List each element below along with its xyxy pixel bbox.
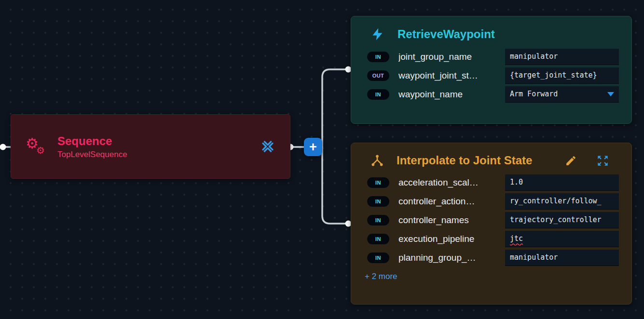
plus-icon: + (309, 141, 317, 154)
port-dot-canvas-left[interactable] (0, 144, 6, 150)
node-subtitle: TopLevelSequence (57, 150, 127, 160)
port-direction-badge: IN (367, 177, 389, 188)
behavior-tree-canvas[interactable]: ⚙ ⚙ Sequence TopLevelSequence + (0, 0, 644, 319)
collapse-icon[interactable] (260, 139, 275, 154)
execution-pipeline-field[interactable]: jtc (505, 231, 619, 247)
port-direction-badge: IN (367, 253, 389, 263)
node-title: Interpolate to Joint State (397, 154, 532, 167)
node-title: RetrieveWaypoint (397, 27, 495, 41)
port-direction-badge: IN (367, 196, 389, 207)
param-rows: IN acceleration_scal… 1.0 IN controller_… (351, 167, 631, 267)
param-label: acceleration_scal… (398, 177, 505, 188)
chevron-down-icon (607, 92, 614, 96)
expand-arrows-icon[interactable] (596, 154, 609, 167)
add-child-button[interactable]: + (304, 138, 322, 156)
port-direction-badge: OUT (367, 70, 389, 81)
sequence-text: Sequence TopLevelSequence (57, 134, 127, 160)
param-label: joint_group_name (398, 52, 505, 62)
param-label: execution_pipeline (398, 234, 505, 244)
controller-names-field[interactable]: trajectory_controller (505, 212, 619, 228)
param-row: IN controller_names trajectory_controlle… (367, 211, 619, 229)
param-row: IN acceleration_scal… 1.0 (367, 173, 619, 192)
node-interpolate-to-joint-state[interactable]: Interpolate to Joint State IN accelerati… (351, 143, 632, 305)
param-row: IN waypoint_name Arm Forward (367, 85, 619, 104)
param-row: IN execution_pipeline jtc (367, 229, 619, 248)
param-label: controller_names (398, 215, 505, 226)
lightning-bolt-icon (370, 27, 385, 41)
param-row: IN planning_group_… manipulator (367, 248, 619, 267)
header-actions (565, 154, 612, 167)
param-rows: IN joint_group_name manipulator OUT wayp… (351, 41, 631, 104)
gears-icon: ⚙ ⚙ (26, 134, 51, 159)
port-direction-badge: IN (367, 215, 389, 226)
controller-action-field[interactable]: ry_controller/follow_ (505, 193, 619, 210)
edge-to-interpolate (322, 147, 345, 224)
show-more-link[interactable]: + 2 more (365, 272, 397, 281)
planning-group-field[interactable]: manipulator (505, 250, 619, 266)
param-row: OUT waypoint_joint_st… {target_joint_sta… (367, 66, 619, 85)
param-label: waypoint_joint_st… (398, 70, 505, 81)
branch-icon (370, 154, 384, 167)
node-retrieve-waypoint[interactable]: RetrieveWaypoint IN joint_group_name man… (351, 16, 632, 124)
param-label: waypoint_name (398, 89, 505, 100)
node-header: Interpolate to Joint State (351, 143, 631, 167)
param-label: planning_group_… (398, 253, 505, 263)
edge-to-retrieve-waypoint (322, 69, 345, 147)
node-sequence[interactable]: ⚙ ⚙ Sequence TopLevelSequence (11, 114, 290, 179)
node-header: RetrieveWaypoint (351, 16, 631, 41)
acceleration-scaling-field[interactable]: 1.0 (505, 174, 619, 191)
param-row: IN controller_action… ry_controller/foll… (367, 192, 619, 211)
param-row: IN joint_group_name manipulator (367, 47, 619, 66)
joint-group-name-field[interactable]: manipulator (505, 49, 619, 65)
param-label: controller_action… (398, 196, 505, 207)
waypoint-name-dropdown[interactable]: Arm Forward (505, 86, 619, 103)
waypoint-joint-state-field[interactable]: {target_joint_state} (505, 67, 619, 84)
node-title: Sequence (57, 134, 127, 148)
port-direction-badge: IN (367, 52, 389, 62)
edit-pencil-icon[interactable] (565, 155, 577, 167)
port-direction-badge: IN (367, 89, 389, 100)
port-direction-badge: IN (367, 234, 389, 244)
